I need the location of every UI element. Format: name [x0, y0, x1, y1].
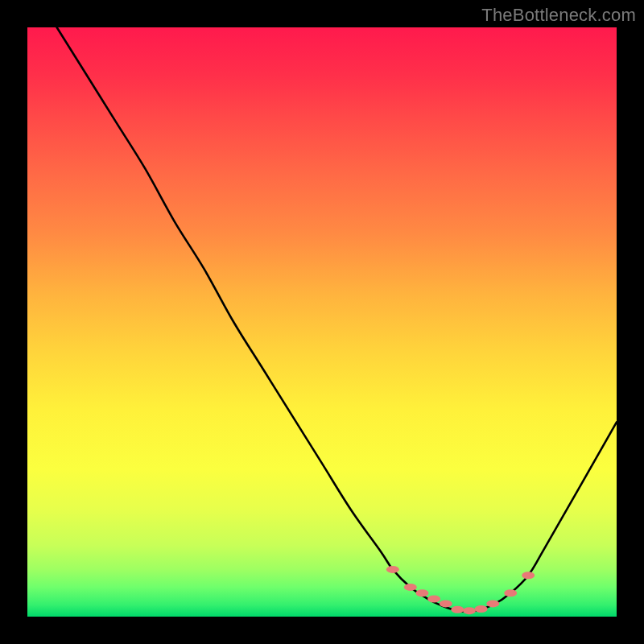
highlight-dot [522, 572, 535, 579]
highlight-dot [463, 607, 476, 614]
curve-svg [27, 27, 617, 617]
highlight-dot [440, 600, 452, 607]
chart-stage: TheBottleneck.com [0, 0, 644, 644]
highlight-dot [404, 584, 417, 591]
highlight-dot [475, 605, 488, 613]
highlight-dot [486, 600, 499, 607]
highlight-dot [427, 596, 440, 603]
highlight-dots [386, 566, 535, 614]
highlight-dot [386, 566, 399, 573]
highlight-dot [504, 589, 517, 597]
watermark-text: TheBottleneck.com [481, 5, 636, 26]
highlight-dot [451, 606, 464, 613]
highlight-dot [415, 589, 428, 597]
plot-area [27, 27, 617, 617]
bottleneck-curve [27, 0, 617, 612]
